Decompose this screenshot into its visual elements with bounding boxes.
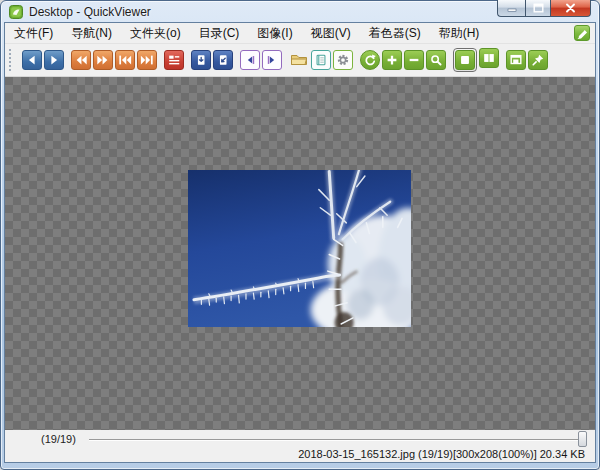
book-prev-icon	[216, 53, 230, 67]
stay-on-top-button[interactable]	[528, 50, 548, 70]
fast-forward-button[interactable]	[93, 50, 113, 70]
maximize-button[interactable]	[525, 0, 551, 17]
window-controls	[497, 0, 591, 17]
catalog-button[interactable]	[311, 50, 331, 70]
two-pages-icon	[482, 51, 496, 65]
tool-bar	[5, 44, 595, 77]
fit-window-selected-frame	[453, 48, 477, 72]
fast-backward-button[interactable]	[71, 50, 91, 70]
reload-button[interactable]	[360, 50, 380, 70]
arrow-right-icon	[47, 53, 61, 67]
prev-image-button[interactable]	[22, 50, 42, 70]
list-group	[164, 50, 184, 70]
pencil-icon	[577, 28, 588, 39]
gear-icon	[336, 53, 350, 67]
menu-item-catalog[interactable]: 目录(C)	[190, 23, 249, 44]
page-slider[interactable]	[89, 439, 581, 440]
spread-view-button[interactable]	[479, 48, 499, 68]
fit-square-icon	[458, 53, 472, 67]
skip-to-end-icon	[140, 53, 154, 67]
notebook-icon	[314, 53, 328, 67]
list-icon	[167, 53, 181, 67]
file-list-button[interactable]	[164, 50, 184, 70]
zoom-in-button[interactable]	[382, 50, 402, 70]
menu-item-shader[interactable]: 着色器(S)	[360, 23, 430, 44]
zoom-out-button[interactable]	[404, 50, 424, 70]
pin-icon	[531, 53, 545, 67]
next-folder-button[interactable]	[262, 50, 282, 70]
refresh-icon	[363, 53, 377, 67]
prev-folder-button[interactable]	[240, 50, 260, 70]
app-icon	[9, 5, 23, 19]
page-indicator: (19/19)	[41, 433, 76, 445]
minimize-button[interactable]	[497, 0, 525, 17]
menu-bar: 文件(F) 导航(N) 文件夹(o) 目录(C) 图像(I) 视图(V) 着色器…	[5, 23, 595, 44]
open-folder-button[interactable]	[289, 50, 309, 70]
menu-item-navigation[interactable]: 导航(N)	[62, 23, 121, 44]
title-bar[interactable]: Desktop - QuickViewer	[1, 1, 599, 22]
prev-volume-button[interactable]	[213, 50, 233, 70]
plus-icon	[385, 53, 399, 67]
folder-next-icon	[265, 53, 279, 67]
jump-group	[71, 50, 157, 70]
viewer-area[interactable]	[5, 77, 595, 430]
minimize-icon	[507, 3, 517, 13]
magnifier-icon	[429, 53, 443, 67]
maximize-icon	[533, 3, 544, 13]
window-content: 文件(F) 导航(N) 文件夹(o) 目录(C) 图像(I) 视图(V) 着色器…	[4, 22, 596, 463]
zoom-search-button[interactable]	[426, 50, 446, 70]
status-text: 2018-03-15_165132.jpg (19/19)[300x208(10…	[298, 448, 585, 460]
arrow-left-icon	[25, 53, 39, 67]
view-group	[506, 50, 548, 70]
last-image-button[interactable]	[137, 50, 157, 70]
menu-item-image[interactable]: 图像(I)	[248, 23, 301, 44]
fit-window-button[interactable]	[455, 50, 475, 70]
menu-item-folder[interactable]: 文件夹(o)	[121, 23, 190, 44]
photo-image[interactable]	[188, 170, 411, 327]
shader-edit-button[interactable]	[574, 25, 590, 41]
menu-item-file[interactable]: 文件(F)	[5, 23, 62, 44]
close-icon	[565, 3, 576, 13]
book-next-icon	[194, 53, 208, 67]
page-slider-handle[interactable]	[578, 431, 587, 447]
volume-group	[191, 50, 233, 70]
next-volume-button[interactable]	[191, 50, 211, 70]
menu-item-view[interactable]: 视图(V)	[302, 23, 360, 44]
zoom-group	[360, 50, 446, 70]
app-window: Desktop - QuickViewer 文件(F) 导航(N) 文件夹(o)…	[0, 0, 600, 470]
menu-item-help[interactable]: 帮助(H)	[430, 23, 489, 44]
file-group	[289, 50, 353, 70]
close-button[interactable]	[551, 0, 591, 17]
window-title: Desktop - QuickViewer	[29, 5, 151, 19]
minus-icon	[407, 53, 421, 67]
fit-group	[453, 48, 499, 72]
skip-to-start-icon	[118, 53, 132, 67]
folder-icon	[290, 52, 308, 68]
nav-group	[22, 50, 64, 70]
window-icon	[509, 53, 523, 67]
folder-nav-group	[240, 50, 282, 70]
settings-button[interactable]	[333, 50, 353, 70]
double-arrow-left-icon	[74, 53, 88, 67]
double-arrow-right-icon	[96, 53, 110, 67]
fullscreen-button[interactable]	[506, 50, 526, 70]
folder-prev-icon	[243, 53, 257, 67]
next-image-button[interactable]	[44, 50, 64, 70]
status-bar: (19/19) 2018-03-15_165132.jpg (19/19)[30…	[5, 430, 595, 462]
toolbar-grip[interactable]	[9, 49, 15, 71]
first-image-button[interactable]	[115, 50, 135, 70]
